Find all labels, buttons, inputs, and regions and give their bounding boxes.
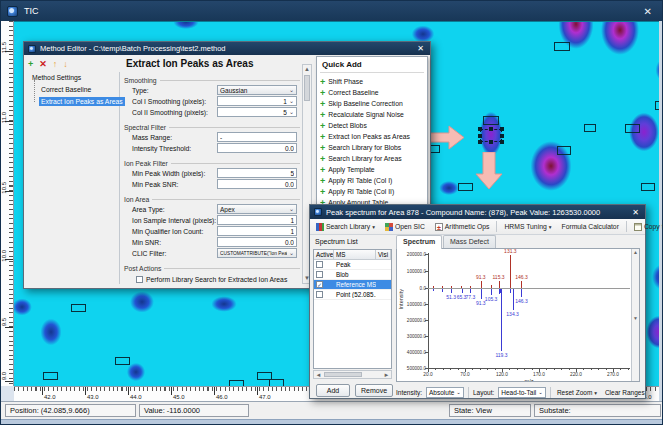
selection-handle[interactable] <box>500 140 504 144</box>
remove-button[interactable]: Remove <box>355 384 393 397</box>
field-text[interactable]: 0.0 <box>217 179 297 189</box>
clear-ranges-button[interactable]: Clear Ranges <box>603 389 647 396</box>
plot-scrollbar[interactable]: ▲▼ <box>631 249 639 381</box>
scrollbar-thumb[interactable] <box>324 372 362 377</box>
tab-mass-defect[interactable]: Mass Defect <box>443 235 496 249</box>
scroll-right-icon[interactable]: ► <box>382 371 391 379</box>
toolbar-separator <box>626 221 627 232</box>
chevron-down-icon[interactable]: ⌄ <box>289 87 294 93</box>
selection-handle[interactable] <box>478 127 482 131</box>
spectrum-peak <box>442 289 443 292</box>
close-icon[interactable]: ✕ <box>415 44 426 53</box>
layout-select[interactable]: Head-to-Tail ⌄ <box>498 387 546 398</box>
scrollbar-thumb[interactable] <box>304 75 310 101</box>
checkbox[interactable] <box>316 271 323 278</box>
reset-zoom-button[interactable]: Reset Zoom ▾ <box>555 389 599 396</box>
chevron-down-icon[interactable]: ⌄ <box>289 98 294 104</box>
list-item[interactable]: Peak <box>314 260 391 270</box>
peak-box[interactable] <box>71 304 86 312</box>
spectrum-plot[interactable]: 100000.0200000.00.0100000.0200000.030000… <box>396 248 640 382</box>
quick-add-item[interactable]: +Search Library for Blobs <box>320 142 425 153</box>
close-icon[interactable]: ✕ <box>630 208 641 217</box>
list-item[interactable]: Point (52.085... <box>314 290 391 300</box>
peak-box[interactable] <box>43 372 58 380</box>
peak-box[interactable] <box>458 183 473 191</box>
peak-box[interactable] <box>483 116 499 125</box>
field-value: 5 <box>220 170 294 177</box>
checkbox[interactable] <box>316 261 323 268</box>
quick-add-item[interactable]: +Shift Phase <box>320 76 425 87</box>
checkbox[interactable] <box>316 291 323 298</box>
peak-box[interactable] <box>269 379 284 386</box>
list-hscrollbar[interactable]: ◄ ► <box>313 370 392 379</box>
list-item[interactable]: ✓Reference MS <box>314 280 391 290</box>
field-textleft[interactable]: - <box>217 132 297 142</box>
field-select[interactable]: CUSTOMATTRIBUTE("Ion Peak Width")>1⌄ <box>217 248 297 258</box>
peak-box[interactable] <box>554 42 570 51</box>
hrms-tuning-button[interactable]: HRMS Tuning▾ <box>501 221 554 232</box>
field-spin[interactable]: 5⌄ <box>217 107 297 117</box>
quick-add-item[interactable]: +Recalculate Signal Noise <box>320 109 425 120</box>
peak-box[interactable] <box>557 146 571 155</box>
list-item[interactable]: Blob <box>314 270 391 280</box>
add-button[interactable]: Add <box>316 384 350 397</box>
selection-handle[interactable] <box>478 140 482 144</box>
field-value: Gaussian <box>220 87 287 94</box>
scroll-left-icon[interactable]: ◄ <box>314 371 323 379</box>
tree-item[interactable]: Extract Ion Peaks as Areas <box>39 97 125 106</box>
x-minor-tick <box>606 368 607 370</box>
quick-add-item[interactable]: +Correct Baseline <box>320 87 425 98</box>
copy-to-clipboard-button[interactable]: Copy to Clipboard <box>631 221 663 233</box>
peak-box[interactable] <box>584 124 596 132</box>
formula-calculator-button[interactable]: Formula Calculator <box>558 221 621 232</box>
quick-add-item[interactable]: +Detect Blobs <box>320 120 425 131</box>
intensity-select[interactable]: Absolute ⌄ <box>426 387 464 398</box>
move-up-icon[interactable]: ↑ <box>53 59 58 69</box>
move-down-icon[interactable]: ↓ <box>63 59 68 69</box>
tree-item[interactable]: Correct Baseline <box>39 85 93 94</box>
chevron-down-icon[interactable]: ⌄ <box>289 109 294 115</box>
selection-handle[interactable] <box>489 140 493 144</box>
column-header[interactable]: Active <box>314 250 334 259</box>
selection-handle[interactable] <box>489 127 493 131</box>
chevron-down-icon[interactable]: ⌄ <box>289 206 294 212</box>
quick-add-item[interactable]: +Extract Ion Peaks as Areas <box>320 131 425 142</box>
chevron-down-icon[interactable]: ⌄ <box>289 250 294 256</box>
x-axis-label: m/z <box>525 378 534 382</box>
tree-root[interactable]: Method Settings <box>32 74 81 81</box>
search-library-button[interactable]: Search Library▾ <box>313 221 378 233</box>
field-value: 0.0 <box>220 181 294 188</box>
quick-add-item[interactable]: +Apply Template <box>320 164 425 175</box>
quick-add-item[interactable]: +Skip Baseline Correction <box>320 98 425 109</box>
column-header[interactable]: MS <box>334 250 376 259</box>
checkbox[interactable] <box>136 276 143 283</box>
arithmetic-ops-button[interactable]: ±Arithmetic Ops <box>432 221 493 233</box>
field-spin[interactable]: 1⌄ <box>217 96 297 106</box>
checkbox[interactable]: ✓ <box>316 281 323 288</box>
selection-handle[interactable] <box>500 127 504 131</box>
field-text[interactable]: 0.0 <box>217 237 297 247</box>
close-icon[interactable]: ✕ <box>640 6 656 17</box>
delete-icon[interactable]: ✕ <box>39 59 47 69</box>
tab-spectrum[interactable]: Spectrum <box>396 235 442 249</box>
peak-box[interactable] <box>625 124 640 133</box>
selection-handle[interactable] <box>500 134 504 138</box>
y-tick <box>425 271 428 272</box>
column-header[interactable]: Visi <box>376 250 391 259</box>
peak-box[interactable] <box>115 357 130 365</box>
ruler-tick <box>5 327 13 328</box>
selection-handle[interactable] <box>478 134 482 138</box>
field-text[interactable]: 1 <box>217 215 297 225</box>
quick-add-item[interactable]: +Search Library for Areas <box>320 153 425 164</box>
quick-add-item[interactable]: +Apply RI Table (Col I) <box>320 175 425 186</box>
field-text[interactable]: 5 <box>217 168 297 178</box>
add-icon[interactable]: + <box>28 59 33 69</box>
open-sic-button[interactable]: Open SIC <box>382 221 428 233</box>
quick-add-item[interactable]: +Apply RI Table (Col II) <box>320 186 425 197</box>
scroll-up-icon[interactable]: ▲ <box>303 65 311 74</box>
field-text[interactable]: 1 <box>217 226 297 236</box>
field-select[interactable]: Apex⌄ <box>217 204 297 214</box>
peak-box[interactable] <box>641 183 655 191</box>
field-text[interactable]: 0.0 <box>217 143 297 153</box>
field-select[interactable]: Gaussian⌄ <box>217 85 297 95</box>
